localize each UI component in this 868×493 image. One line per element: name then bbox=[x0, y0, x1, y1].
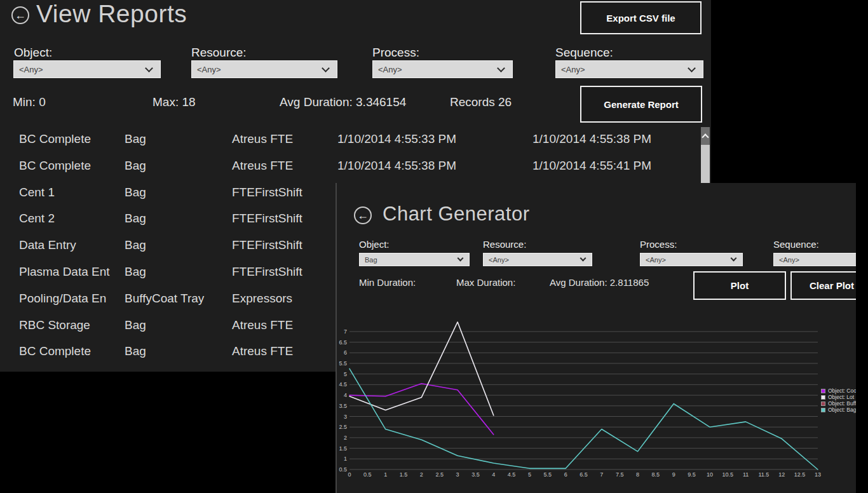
sequence-filter-label: Sequence: bbox=[555, 46, 613, 60]
svg-text:0.5: 0.5 bbox=[363, 471, 372, 478]
export-csv-button[interactable]: Export CSV file bbox=[580, 1, 702, 34]
process-filter-value: <Any> bbox=[373, 65, 498, 74]
table-cell: Expressors bbox=[232, 290, 292, 307]
line-chart: 0.511.522.533.544.555.566.5700.511.522.5… bbox=[337, 183, 856, 493]
svg-text:3.5: 3.5 bbox=[471, 471, 480, 478]
svg-text:12.5: 12.5 bbox=[794, 471, 806, 478]
back-button[interactable]: ← bbox=[11, 6, 29, 24]
svg-text:4.5: 4.5 bbox=[508, 471, 516, 478]
svg-text:5: 5 bbox=[528, 471, 531, 478]
chart-legend: Object: CooleObject: LotObject: BuffyObj… bbox=[821, 388, 856, 413]
table-cell: Atreus FTE bbox=[232, 158, 293, 174]
svg-text:4: 4 bbox=[492, 471, 495, 478]
generate-report-label: Generate Report bbox=[604, 99, 679, 110]
min-stat: Min: 0 bbox=[13, 95, 46, 109]
table-cell: Data Entry bbox=[19, 237, 76, 253]
table-row[interactable]: BC CompleteBagAtreus FTE1/10/2014 4:55:3… bbox=[0, 158, 699, 174]
svg-text:0.5: 0.5 bbox=[339, 466, 347, 473]
svg-text:6.5: 6.5 bbox=[339, 339, 347, 346]
generate-report-button[interactable]: Generate Report bbox=[580, 86, 702, 123]
table-cell: Pooling/Data En bbox=[19, 290, 106, 307]
object-filter-label: Object: bbox=[14, 46, 52, 60]
table-cell: Atreus FTE bbox=[232, 131, 293, 147]
table-cell: BuffyCoat Tray bbox=[125, 290, 204, 307]
table-cell: 1/10/2014 4:55:38 PM bbox=[337, 158, 456, 174]
process-filter-label: Process: bbox=[372, 46, 419, 60]
table-cell: Bag bbox=[125, 158, 146, 174]
table-row[interactable]: BC CompleteBagAtreus FTE1/10/2014 4:55:3… bbox=[0, 131, 699, 147]
table-cell: FTEFirstShift bbox=[232, 210, 302, 227]
svg-text:2.5: 2.5 bbox=[435, 471, 444, 478]
legend-item: Object: Bag bbox=[821, 407, 856, 413]
svg-text:7: 7 bbox=[344, 328, 347, 335]
chevron-down-icon bbox=[497, 64, 505, 72]
svg-text:3: 3 bbox=[344, 414, 347, 420]
svg-text:5.5: 5.5 bbox=[544, 471, 552, 478]
table-cell: Bag bbox=[125, 264, 146, 280]
legend-label: Object: Buffy bbox=[828, 400, 856, 407]
svg-text:1: 1 bbox=[384, 471, 387, 478]
legend-swatch-icon bbox=[821, 408, 825, 412]
svg-text:5: 5 bbox=[344, 371, 347, 377]
svg-text:4.5: 4.5 bbox=[339, 381, 347, 388]
svg-text:0: 0 bbox=[348, 471, 351, 478]
chevron-down-icon bbox=[145, 64, 153, 72]
svg-text:12: 12 bbox=[778, 471, 785, 478]
svg-text:2: 2 bbox=[420, 471, 423, 478]
table-cell: Bag bbox=[125, 210, 146, 227]
svg-text:1.5: 1.5 bbox=[339, 445, 347, 452]
svg-text:7: 7 bbox=[600, 471, 603, 478]
chevron-down-icon bbox=[322, 64, 330, 72]
table-cell: FTEFirstShift bbox=[232, 184, 302, 201]
process-filter-select[interactable]: <Any> bbox=[372, 60, 513, 78]
svg-text:3: 3 bbox=[456, 471, 459, 478]
object-filter-value: <Any> bbox=[14, 65, 146, 74]
scrollbar-up-button[interactable] bbox=[701, 127, 710, 145]
export-csv-label: Export CSV file bbox=[606, 13, 675, 24]
legend-swatch-icon bbox=[821, 395, 825, 400]
sequence-filter-select[interactable]: <Any> bbox=[555, 60, 703, 78]
svg-text:1: 1 bbox=[344, 456, 347, 462]
records-count: Records 26 bbox=[450, 95, 512, 109]
svg-text:6: 6 bbox=[564, 471, 567, 478]
table-cell: BC Complete bbox=[19, 343, 91, 360]
resource-filter-select[interactable]: <Any> bbox=[191, 60, 337, 78]
max-stat: Max: 18 bbox=[153, 95, 196, 109]
table-cell: 1/10/2014 4:55:33 PM bbox=[337, 131, 456, 147]
table-cell: FTEFirstShift bbox=[232, 264, 302, 280]
svg-text:9: 9 bbox=[672, 471, 675, 478]
legend-item: Object: Lot bbox=[821, 394, 856, 400]
legend-label: Object: Bag bbox=[828, 407, 856, 413]
legend-item: Object: Coole bbox=[821, 388, 856, 394]
table-cell: Atreus FTE bbox=[232, 343, 293, 360]
legend-label: Object: Lot bbox=[828, 394, 854, 400]
table-cell: RBC Storage bbox=[19, 317, 90, 334]
table-cell: BC Complete bbox=[19, 158, 91, 174]
svg-text:11.5: 11.5 bbox=[759, 471, 770, 478]
svg-text:7.5: 7.5 bbox=[616, 471, 624, 478]
page-title: View Reports bbox=[36, 0, 187, 32]
back-arrow-icon: ← bbox=[15, 10, 26, 21]
object-filter-select[interactable]: <Any> bbox=[13, 60, 161, 78]
svg-text:1.5: 1.5 bbox=[400, 471, 408, 478]
table-cell: Bag bbox=[125, 317, 146, 334]
svg-text:3.5: 3.5 bbox=[339, 403, 347, 409]
legend-label: Object: Coole bbox=[828, 388, 856, 394]
svg-text:2.5: 2.5 bbox=[339, 424, 347, 430]
svg-text:5.5: 5.5 bbox=[339, 360, 347, 367]
svg-text:11: 11 bbox=[743, 471, 749, 478]
svg-text:13: 13 bbox=[815, 471, 821, 478]
table-cell: Atreus FTE bbox=[232, 317, 293, 334]
svg-text:2: 2 bbox=[344, 435, 347, 441]
svg-text:6.5: 6.5 bbox=[580, 471, 588, 478]
table-cell: Bag bbox=[125, 343, 146, 360]
table-cell: 1/10/2014 4:55:41 PM bbox=[532, 158, 651, 174]
svg-text:10.5: 10.5 bbox=[722, 471, 733, 478]
svg-text:10: 10 bbox=[707, 471, 713, 478]
svg-text:9.5: 9.5 bbox=[688, 471, 696, 478]
table-cell: Bag bbox=[125, 237, 146, 253]
table-cell: Bag bbox=[125, 131, 146, 147]
table-cell: 1/10/2014 4:55:38 PM bbox=[532, 131, 651, 147]
svg-text:4: 4 bbox=[344, 392, 347, 398]
chevron-down-icon bbox=[688, 64, 696, 72]
